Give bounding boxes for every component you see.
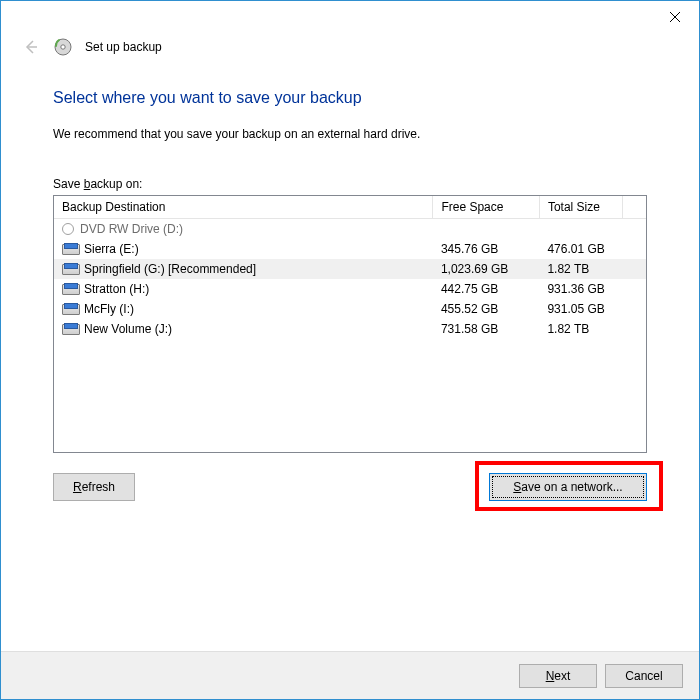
spacer-cell (622, 279, 646, 299)
save-on-post: ackup on: (90, 177, 142, 191)
drive-icon (62, 243, 78, 255)
free-space-cell: 455.52 GB (433, 299, 540, 319)
backup-wizard-window: Set up backup Select where you want to s… (0, 0, 700, 700)
table-header-row: Backup Destination Free Space Total Size (54, 196, 646, 219)
wizard-footer: Next Cancel (1, 651, 699, 699)
refresh-button[interactable]: Refresh (53, 473, 135, 501)
button-row: Refresh Save on a network... (53, 473, 647, 501)
destination-name: Springfield (G:) [Recommended] (84, 262, 256, 276)
next-label: ext (554, 669, 570, 683)
wizard-header: Set up backup (1, 33, 699, 67)
table-row[interactable]: Sierra (E:)345.76 GB476.01 GB (54, 239, 646, 259)
col-destination[interactable]: Backup Destination (54, 196, 433, 219)
save-backup-on-label: Save backup on: (53, 177, 647, 191)
free-space-cell: 731.58 GB (433, 319, 540, 339)
spacer-cell (622, 259, 646, 279)
destination-table: Backup Destination Free Space Total Size… (54, 196, 646, 339)
free-space-cell (433, 219, 540, 240)
backup-disc-icon (53, 37, 73, 57)
drive-icon (62, 283, 78, 295)
back-button[interactable] (21, 37, 41, 57)
save-net-label: ave on a network... (521, 480, 622, 494)
total-size-cell (539, 219, 622, 240)
refresh-mnemonic: R (73, 480, 82, 494)
drive-icon (62, 323, 78, 335)
wizard-title: Set up backup (85, 40, 162, 54)
spacer-cell (622, 219, 646, 240)
destination-name: Sierra (E:) (84, 242, 139, 256)
table-row[interactable]: Springfield (G:) [Recommended]1,023.69 G… (54, 259, 646, 279)
col-total-size[interactable]: Total Size (539, 196, 622, 219)
save-net-mnemonic: S (513, 480, 521, 494)
total-size-cell: 476.01 GB (539, 239, 622, 259)
refresh-label: efresh (82, 480, 115, 494)
save-on-pre: Save (53, 177, 84, 191)
col-spacer (622, 196, 646, 219)
recommendation-text: We recommend that you save your backup o… (53, 127, 647, 141)
free-space-cell: 442.75 GB (433, 279, 540, 299)
drive-icon (62, 263, 78, 275)
total-size-cell: 931.05 GB (539, 299, 622, 319)
table-row[interactable]: DVD RW Drive (D:) (54, 219, 646, 240)
destination-listbox[interactable]: Backup Destination Free Space Total Size… (53, 195, 647, 453)
destination-name: DVD RW Drive (D:) (80, 222, 183, 236)
close-icon (670, 12, 680, 22)
destination-name: New Volume (J:) (84, 322, 172, 336)
titlebar (1, 1, 699, 33)
next-mnemonic: N (546, 669, 555, 683)
table-row[interactable]: New Volume (J:)731.58 GB1.82 TB (54, 319, 646, 339)
page-heading: Select where you want to save your backu… (53, 89, 647, 107)
spacer-cell (622, 319, 646, 339)
back-arrow-icon (23, 39, 39, 55)
cancel-button[interactable]: Cancel (605, 664, 683, 688)
total-size-cell: 931.36 GB (539, 279, 622, 299)
table-row[interactable]: McFly (I:)455.52 GB931.05 GB (54, 299, 646, 319)
next-button[interactable]: Next (519, 664, 597, 688)
drive-icon (62, 303, 78, 315)
col-free-space[interactable]: Free Space (433, 196, 540, 219)
table-row[interactable]: Stratton (H:)442.75 GB931.36 GB (54, 279, 646, 299)
total-size-cell: 1.82 TB (539, 259, 622, 279)
wizard-content: Select where you want to save your backu… (1, 67, 699, 651)
close-button[interactable] (653, 3, 697, 31)
free-space-cell: 1,023.69 GB (433, 259, 540, 279)
free-space-cell: 345.76 GB (433, 239, 540, 259)
radio-icon (62, 223, 74, 235)
destination-name: Stratton (H:) (84, 282, 149, 296)
spacer-cell (622, 239, 646, 259)
svg-point-4 (61, 45, 65, 49)
save-on-network-button[interactable]: Save on a network... (489, 473, 647, 501)
spacer-cell (622, 299, 646, 319)
total-size-cell: 1.82 TB (539, 319, 622, 339)
destination-name: McFly (I:) (84, 302, 134, 316)
